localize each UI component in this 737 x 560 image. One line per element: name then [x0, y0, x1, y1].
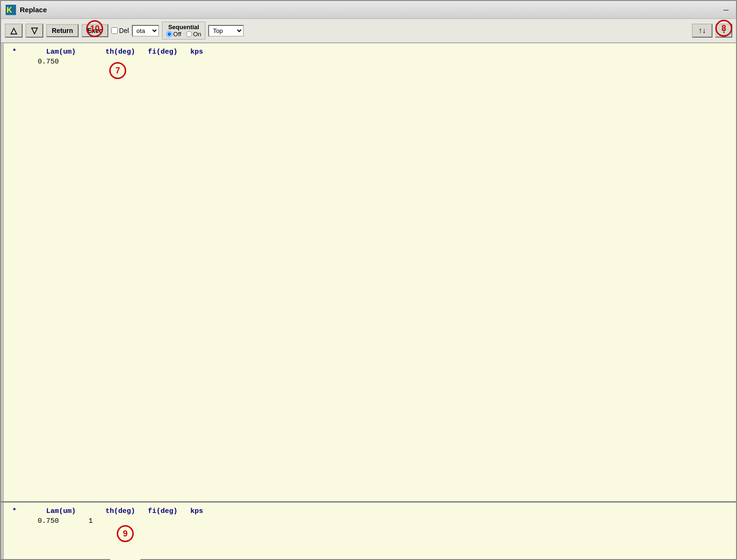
del-label: Del [119, 27, 129, 34]
main-marker: * [12, 48, 16, 56]
bottom-panel: * Lam(um) th(deg) fi(deg) kps 0.750 1 [1, 503, 736, 559]
del-group: Del [111, 27, 129, 34]
annotation-9-wrapper: 9 [110, 520, 140, 560]
annotation-7: 7 [109, 62, 126, 79]
updown-button[interactable]: ↑↓ [692, 24, 713, 38]
main-content-area: * Lam(um) th(deg) fi(deg) kps 0.750 7 [1, 43, 736, 503]
sequential-off-radio[interactable] [166, 31, 172, 37]
app-icon: K [6, 5, 16, 15]
main-th-header: th(deg) [105, 48, 135, 56]
annotation-7-wrapper: 7 [109, 62, 126, 79]
down-btn-wrapper: 8 ↓ [715, 24, 732, 38]
on-label: On [193, 31, 201, 38]
bottom-left-border [1, 503, 4, 559]
main-window: K Replace — △ ▽ Return 10 Exec Del ota o… [0, 0, 737, 560]
sequential-radios: Off On [166, 31, 201, 38]
sequential-label: Sequential [168, 24, 199, 31]
up-triangle-button[interactable]: △ [5, 24, 23, 38]
bottom-row1-th: 1 [89, 517, 93, 525]
ota-select[interactable]: ota opt1 opt2 [132, 25, 159, 37]
main-kps-header: kps [190, 48, 203, 56]
annotation-8: 8 [715, 20, 732, 37]
minimize-button[interactable]: — [721, 5, 731, 15]
main-lam-header: Lam(um) [46, 48, 76, 56]
bottom-fi-header: fi(deg) [148, 507, 178, 515]
return-button[interactable]: Return [46, 24, 79, 37]
top-select[interactable]: Top Bottom Current [208, 25, 244, 37]
toolbar: △ ▽ Return 10 Exec Del ota opt1 opt2 Seq… [1, 19, 736, 43]
down-triangle-button[interactable]: ▽ [25, 24, 43, 38]
bottom-th-header: th(deg) [105, 507, 135, 515]
title-bar: K Replace — [1, 1, 736, 19]
window-title: Replace [20, 6, 717, 14]
main-header: * Lam(um) th(deg) fi(deg) kps [12, 48, 729, 56]
bottom-kps-header: kps [190, 507, 203, 515]
bottom-marker: * [12, 507, 16, 515]
del-checkbox[interactable] [111, 27, 118, 34]
sequential-on-radio[interactable] [186, 31, 192, 37]
annotation-10: 10 [86, 20, 103, 37]
sequential-on-label[interactable]: On [186, 31, 201, 38]
main-fi-header: fi(deg) [148, 48, 178, 56]
off-label: Off [173, 31, 181, 38]
sequential-group: Sequential Off On [162, 22, 205, 40]
exec-wrapper: 10 Exec [81, 24, 108, 37]
annotation-9: 9 [117, 525, 134, 542]
main-row1-lam: 0.750 [38, 58, 59, 66]
bottom-header: * Lam(um) th(deg) fi(deg) kps [12, 507, 729, 515]
sequential-off-label[interactable]: Off [166, 31, 181, 38]
svg-text:K: K [7, 6, 12, 14]
bottom-lam-header: Lam(um) [46, 507, 76, 515]
left-border [1, 43, 4, 501]
bottom-row1-lam: 0.750 [38, 517, 59, 525]
